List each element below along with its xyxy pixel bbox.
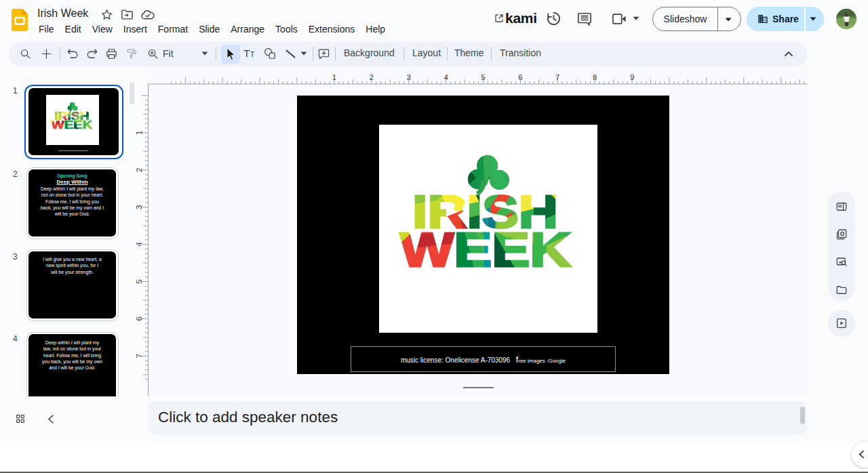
svg-text:4: 4 [443,73,448,81]
svg-text:4: 4 [135,242,143,247]
svg-text:6: 6 [135,316,143,321]
svg-text:3: 3 [135,205,143,209]
svg-text:5: 5 [135,279,143,283]
svg-text:6: 6 [518,73,522,81]
svg-text:1: 1 [135,131,143,135]
svg-text:7: 7 [135,354,143,358]
svg-text:8: 8 [593,73,597,81]
svg-text:3: 3 [406,73,410,81]
svg-text:2: 2 [135,168,143,172]
svg-text:5: 5 [481,73,485,81]
svg-text:2: 2 [370,73,374,81]
svg-text:7: 7 [555,73,559,81]
svg-text:9: 9 [630,73,634,81]
svg-text:1: 1 [332,73,336,81]
